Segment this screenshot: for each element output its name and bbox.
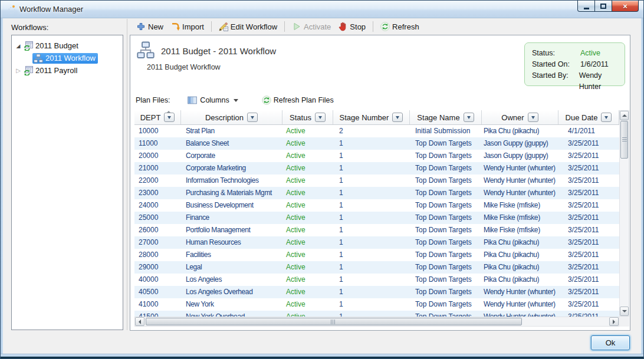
table-row[interactable]: 28000FacilitiesActive1Top Down TargetsPi… — [134, 249, 619, 261]
status-box-label: Started By: — [532, 70, 579, 81]
columns-button[interactable]: Columns — [185, 94, 240, 106]
table-row[interactable]: 27000Human ResourcesActive1Top Down Targ… — [134, 236, 619, 249]
table-row[interactable]: 20000CorporateActive1Top Down TargetsJas… — [134, 150, 619, 162]
column-header-owner[interactable]: Owner — [482, 110, 558, 124]
filter-stage-number-button[interactable] — [392, 113, 403, 122]
filter-due-date-button[interactable] — [601, 113, 612, 122]
table-row[interactable]: 29000LegalActive1Top Down TargetsPika Ch… — [134, 261, 619, 274]
cell-description: Corporate Marketing — [181, 162, 282, 174]
title-bar[interactable]: Workflow Manager × — [1, 1, 643, 18]
refresh-plan-files-label: Refresh Plan Files — [274, 96, 334, 104]
window-frame-left — [1, 18, 3, 358]
chevron-down-icon — [318, 116, 322, 119]
scroll-right-button[interactable] — [609, 317, 619, 326]
scroll-up-button[interactable] — [620, 111, 629, 120]
table-row[interactable]: 40500Los Angeles OverheadActive1Top Down… — [134, 286, 619, 298]
refresh-plan-files-button[interactable]: Refresh Plan Files — [259, 94, 336, 106]
refresh-icon — [262, 95, 271, 105]
column-header-status[interactable]: Status — [282, 110, 333, 124]
cell-due-date: 3/25/2011 — [558, 236, 619, 249]
cell-stage-name: Top Down Targets — [410, 162, 482, 174]
cell-owner: Mike Fiske (mfiske) — [482, 212, 558, 224]
horizontal-scrollbar[interactable] — [134, 317, 619, 327]
stop-button[interactable]: Stop — [334, 20, 369, 33]
scroll-down-button[interactable] — [620, 307, 629, 316]
table-row[interactable]: 22000Information TechnologiesActive1Top … — [134, 174, 619, 187]
cell-due-date: 3/25/2011 — [558, 150, 619, 162]
tree-item-2011-workflow[interactable]: 2011 Workflow — [12, 52, 123, 64]
cell-stage-number: 1 — [333, 311, 410, 317]
tree-item-2011-payroll[interactable]: ▷2011 Payroll — [12, 64, 123, 77]
cell-owner: Pika Chu (pikachu) — [482, 261, 558, 274]
column-header-due-date[interactable]: Due Date — [558, 110, 619, 124]
toolbar-button-label: Refresh — [392, 22, 419, 31]
column-header-stage-number[interactable]: Stage Number — [333, 110, 410, 124]
table-row[interactable]: 41500New York OverheadActive1Top Down Ta… — [134, 311, 619, 317]
vertical-scrollbar[interactable] — [619, 110, 629, 317]
column-header-stage-name[interactable]: Stage Name — [410, 110, 482, 124]
cell-status: Active — [282, 150, 333, 162]
minimize-button[interactable] — [577, 1, 595, 12]
cell-dept: 25000 — [134, 212, 181, 224]
workflow-tree[interactable]: ◢2011 Budget2011 Workflow▷2011 Payroll — [11, 35, 123, 330]
filter-description-button[interactable] — [247, 113, 258, 122]
status-box-label: Status: — [532, 48, 580, 59]
table-row[interactable]: 10000Strat PlanActive2Initial Submission… — [134, 125, 619, 137]
refresh-button[interactable]: Refresh — [377, 20, 423, 33]
toolbar-button-label: New — [148, 22, 163, 31]
table-row[interactable]: 24000Business DevelopmentActive1Top Down… — [134, 199, 619, 212]
table-row[interactable]: 23000Purchasing & Materials MgmtActive1T… — [134, 187, 619, 199]
workflow-title: 2011 Budget - 2011 Workflow — [161, 46, 276, 56]
cell-due-date: 3/25/2011 — [558, 199, 619, 212]
cell-due-date: 3/25/2011 — [558, 224, 619, 236]
maximize-button[interactable] — [594, 1, 612, 12]
filter-status-button[interactable] — [315, 113, 326, 122]
cell-stage-number: 1 — [333, 224, 410, 236]
close-button[interactable]: × — [612, 1, 639, 12]
table-row[interactable]: 21000Corporate MarketingActive1Top Down … — [134, 162, 619, 174]
maximize-icon — [600, 4, 606, 9]
chevron-down-icon — [251, 116, 254, 119]
scroll-left-button[interactable] — [135, 317, 144, 326]
cell-dept: 11000 — [134, 137, 181, 150]
tree-item-2011-budget[interactable]: ◢2011 Budget — [12, 39, 123, 52]
grid-body: 10000Strat PlanActive2Initial Submission… — [134, 125, 619, 317]
table-row[interactable]: 41000New YorkActive1Top Down TargetsWend… — [134, 298, 619, 311]
filter-dept-button[interactable] — [164, 113, 175, 122]
cell-due-date: 3/25/2011 — [558, 137, 619, 150]
horizontal-scrollbar-thumb[interactable] — [146, 318, 522, 325]
stop-hand-icon — [338, 22, 347, 31]
filter-stage-name-button[interactable] — [464, 113, 474, 122]
table-row[interactable]: 26000Portfolio ManagementActive1Top Down… — [134, 224, 619, 236]
cell-stage-name: Top Down Targets — [410, 174, 482, 187]
edit-workflow-button[interactable]: Edit Workflow — [215, 20, 281, 33]
column-header-dept[interactable]: DEPT — [134, 110, 181, 124]
ok-button[interactable]: Ok — [591, 335, 630, 350]
chevron-down-icon — [167, 116, 171, 119]
cell-stage-name: Top Down Targets — [410, 224, 482, 236]
cell-dept: 40000 — [134, 274, 181, 286]
vertical-scrollbar-thumb[interactable] — [620, 121, 628, 159]
cell-status: Active — [282, 187, 333, 199]
table-row[interactable]: 11000Balance SheetActive1Top Down Target… — [134, 137, 619, 150]
table-row[interactable]: 40000Los AngelesActive1Top Down TargetsP… — [134, 274, 619, 286]
cell-due-date: 3/25/2011 — [558, 286, 619, 298]
cell-due-date: 3/25/2011 — [558, 298, 619, 311]
panel-splitter[interactable] — [127, 19, 127, 330]
table-row[interactable]: 25000FinanceActive1Top Down TargetsMike … — [134, 212, 619, 224]
scrollbar-corner — [619, 317, 629, 327]
new-button[interactable]: New — [133, 20, 167, 33]
cell-description: Portfolio Management — [181, 224, 282, 236]
import-button[interactable]: Import — [167, 20, 208, 33]
tree-collapsed-icon[interactable]: ▷ — [14, 67, 22, 74]
toolbar-button-label: Activate — [304, 22, 331, 31]
cell-dept: 22000 — [134, 174, 181, 187]
cell-description: Information Technologies — [181, 174, 282, 187]
cell-dept: 23000 — [134, 187, 181, 199]
column-header-description[interactable]: Description — [181, 110, 282, 124]
tree-expanded-icon[interactable]: ◢ — [14, 43, 22, 49]
filter-owner-button[interactable] — [528, 113, 538, 122]
cell-stage-number: 1 — [333, 286, 410, 298]
window-controls: × — [578, 1, 639, 12]
cell-owner: Pika Chu (pikachu) — [482, 236, 558, 249]
